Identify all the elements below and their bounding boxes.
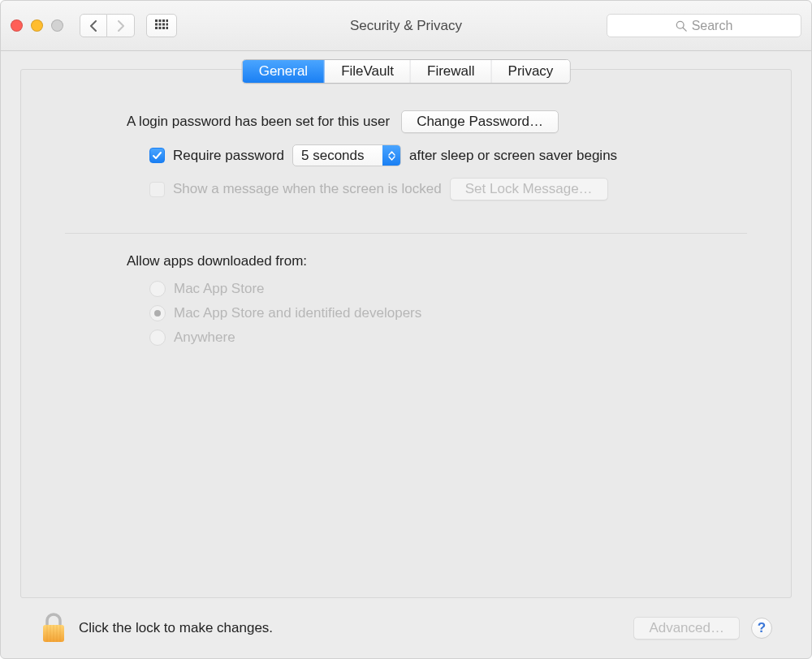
tab-privacy[interactable]: Privacy [492,60,570,83]
login-password-text: A login password has been set for this u… [127,114,390,130]
window-title: Security & Privacy [350,18,462,34]
show-lock-message-label: Show a message when the screen is locked [173,181,442,197]
tab-label: FileVault [341,63,394,79]
svg-rect-8 [155,27,158,29]
select-value: 5 seconds [293,145,382,166]
lock-hint-text: Click the lock to make changes. [79,620,273,636]
radio-button [149,330,166,346]
advanced-button: Advanced… [633,617,740,640]
back-button[interactable] [80,14,107,37]
panel: General FileVault Firewall Privacy A log… [20,69,792,598]
svg-rect-10 [162,27,165,29]
login-password-row: A login password has been set for this u… [127,110,710,133]
search-field[interactable]: Search [607,14,801,37]
tab-general[interactable]: General [243,60,325,83]
show-all-button[interactable] [146,14,177,37]
login-password-section: A login password has been set for this u… [21,110,791,200]
tab-bar: General FileVault Firewall Privacy [242,59,571,84]
check-icon [152,150,162,161]
grid-icon [155,19,168,32]
svg-line-13 [683,28,686,31]
set-lock-message-button: Set Lock Message… [450,178,608,200]
content-area: General FileVault Firewall Privacy A log… [1,51,811,658]
radio-button [149,305,166,321]
search-placeholder: Search [692,19,733,33]
allow-apps-option-identified-developers: Mac App Store and identified developers [127,305,710,321]
lock-icon[interactable] [40,612,67,644]
close-window-button[interactable] [11,19,23,32]
svg-rect-7 [166,23,169,25]
require-password-label: Require password [173,148,284,164]
radio-label: Anywhere [174,330,235,346]
svg-rect-6 [162,23,165,25]
tab-label: Firewall [427,63,475,79]
radio-button [149,281,166,297]
allow-apps-option-mac-app-store: Mac App Store [127,281,710,297]
require-password-checkbox[interactable] [149,148,165,163]
minimize-window-button[interactable] [31,19,43,32]
svg-rect-9 [159,27,162,29]
help-icon: ? [758,620,766,636]
radio-label: Mac App Store and identified developers [174,305,421,321]
svg-rect-4 [155,23,158,25]
svg-rect-11 [166,27,169,29]
divider [65,233,747,234]
preferences-window: Security & Privacy Search General FileVa… [0,0,812,659]
tab-filevault[interactable]: FileVault [325,60,411,83]
zoom-window-button [51,19,63,32]
footer: Click the lock to make changes. Advanced… [20,598,792,658]
show-lock-message-row: Show a message when the screen is locked… [127,178,710,200]
require-password-delay-select[interactable]: 5 seconds [292,144,401,166]
tab-label: Privacy [508,63,554,79]
help-button[interactable]: ? [751,618,772,639]
radio-label: Mac App Store [174,281,265,297]
chevron-right-icon [116,20,125,32]
allow-apps-option-anywhere: Anywhere [127,330,710,346]
footer-right: Advanced… ? [633,617,772,640]
search-icon [676,20,687,32]
tab-label: General [259,63,308,79]
svg-rect-2 [162,19,165,22]
show-lock-message-checkbox [149,182,165,197]
gatekeeper-section: Allow apps downloaded from: Mac App Stor… [21,253,791,346]
chevron-left-icon [89,20,98,32]
tab-firewall[interactable]: Firewall [411,60,492,83]
forward-button [107,14,135,37]
svg-rect-1 [159,19,162,22]
allow-apps-heading: Allow apps downloaded from: [127,253,710,269]
change-password-button[interactable]: Change Password… [401,110,559,133]
toolbar: Security & Privacy Search [1,1,811,51]
require-password-row: Require password 5 seconds after sleep o… [127,144,710,166]
nav-buttons [80,14,135,37]
svg-rect-3 [166,19,169,22]
window-controls [11,19,63,32]
svg-rect-0 [155,19,158,22]
require-password-after-text: after sleep or screen saver begins [409,148,617,164]
stepper-arrows-icon [382,145,400,166]
svg-rect-5 [159,23,162,25]
